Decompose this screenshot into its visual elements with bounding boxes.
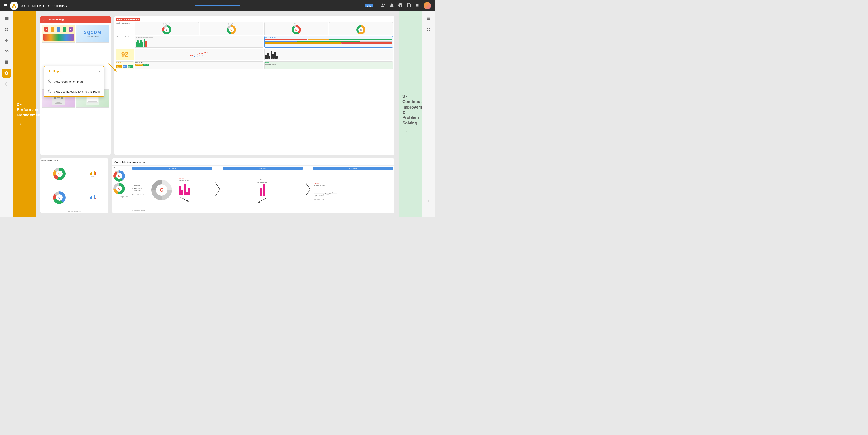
ok-link-btn[interactable]: OK Link xyxy=(143,64,149,66)
svg-rect-10 xyxy=(429,28,430,29)
number-display: 92 xyxy=(116,49,134,60)
app-logo xyxy=(10,2,18,10)
trial-badge: trial xyxy=(365,4,373,7)
line-chart-cell xyxy=(135,49,264,60)
separator-arrows-2 xyxy=(304,167,312,211)
svg-rect-11 xyxy=(427,30,428,31)
costs-3: Costs xyxy=(314,182,319,184)
doc-icon[interactable] xyxy=(407,3,411,9)
hamburger-icon[interactable]: ☰ xyxy=(4,3,7,8)
opened-action-2: # 0 opened action xyxy=(132,210,212,211)
grid-icon[interactable] xyxy=(415,3,420,9)
svg-point-3 xyxy=(382,3,383,5)
recipient-section: Recipient Any room - Any board - Any let… xyxy=(132,167,212,211)
action-plan-menu-icon xyxy=(48,80,52,84)
bottom-row: performance board Q xyxy=(40,158,394,213)
action-plan-label: ACTION PLAN xyxy=(265,37,392,38)
divider xyxy=(377,2,377,9)
navbar-left: ☰ 00 - TEMPLATE Demo Indus 4.0 xyxy=(4,2,362,10)
sources-section: Sources Costs November 2024 xyxy=(223,167,303,211)
right-panel-arrow[interactable]: → xyxy=(402,128,418,135)
view-escalated-item[interactable]: View escalated actions to this room xyxy=(44,87,104,96)
morning-label: Morning ▶ Afternoon xyxy=(116,22,134,35)
q-cell: Quality Loss Q xyxy=(199,22,264,35)
any-board-label: - Any board xyxy=(132,187,144,190)
projects-cell: PROJECTS Safety Day OK Link xyxy=(135,61,264,69)
mini-donut-1: Q xyxy=(53,168,66,180)
costs-label: Costs xyxy=(179,177,212,179)
bell-icon[interactable] xyxy=(389,3,394,9)
navbar: ☰ 00 - TEMPLATE Demo Indus 4.0 trial xyxy=(0,0,435,11)
recipient2-section: Recipient Costs November 2024 xyxy=(313,167,393,211)
any-letter-label: - Any letter xyxy=(132,190,144,192)
navbar-center xyxy=(195,5,240,6)
sidebar-view-icon[interactable] xyxy=(2,25,11,34)
main-content: 2 - Performance Management → QCD Methodo… xyxy=(13,11,422,218)
export-icon xyxy=(48,69,52,74)
view-escalated-label: View escalated actions to this room xyxy=(54,90,100,93)
nov-source-label: November 2024 xyxy=(257,182,268,183)
sidebar-chat-icon[interactable] xyxy=(2,14,11,23)
of-platform-label: of the platform xyxy=(132,193,144,195)
center-content: QCD Methodology S Q C D P xyxy=(36,11,399,218)
svg-rect-7 xyxy=(5,30,6,31)
sources-arrow-svg xyxy=(256,197,270,203)
app-title: 00 - TEMPLATE Demo Indus 4.0 xyxy=(21,4,70,8)
recipient2-line-chart xyxy=(314,187,337,198)
right-sidebar-list-icon[interactable] xyxy=(424,14,433,23)
bar-chart-cell xyxy=(264,49,393,60)
svg-rect-9 xyxy=(427,28,428,29)
avatar[interactable] xyxy=(424,2,431,9)
ideas-cell: IDEAS New Idea planning xyxy=(264,61,393,69)
qcd-title: QCD Methodology xyxy=(43,18,64,21)
left-panel-arrow[interactable]: → xyxy=(17,121,32,127)
export-arrow-icon: › xyxy=(99,69,100,74)
export-menu-item[interactable]: Export › xyxy=(44,66,104,77)
sources-bars xyxy=(260,184,265,196)
consolidation-card[interactable]: Consolidation quick demo Costs C C 0 Com… xyxy=(112,158,394,213)
right-panel-title: 3 - Continuous Improvement & Problem Sol… xyxy=(402,94,418,126)
right-sidebar-minus-icon[interactable]: − xyxy=(424,206,433,215)
sidebar-return-icon[interactable] xyxy=(2,36,11,45)
perf-board-card[interactable]: Line 3 v2 Perf Board Morning ▶ Afternoon… xyxy=(114,16,394,155)
afternoon-label: Afternoon ▶ Morning xyxy=(116,36,134,48)
perf-bottom-grid: Afternoon ▶ Morning N° of days with no a… xyxy=(116,36,393,69)
sidebar-link-icon[interactable] xyxy=(2,47,11,56)
big-number: 92 xyxy=(121,51,128,58)
svg-rect-8 xyxy=(7,30,8,31)
ideas-label: IDEAS xyxy=(265,62,392,63)
perf-board-title: Line 3 v2 Perf Board xyxy=(116,18,141,21)
mini-perf-label: performance board xyxy=(41,160,107,162)
nov-recipient-label: November 2024 xyxy=(314,185,325,186)
mini-bar-charts: yellow xyxy=(90,171,96,177)
right-sidebar-grid-icon[interactable] xyxy=(424,25,433,34)
quality-cell: Quality Last... S xyxy=(135,22,199,35)
recipient2-header: Recipient xyxy=(313,167,393,170)
context-menu: Export › View room action plan View esca… xyxy=(44,66,104,97)
view-action-plan-item[interactable]: View room action plan xyxy=(44,77,104,87)
svg-rect-5 xyxy=(5,28,6,30)
any-room-col: Any room - Any board - Any letter of the… xyxy=(132,185,144,195)
action-plan-mini: ACTION PLAN xyxy=(264,36,393,48)
right-sidebar-plus-icon[interactable]: + xyxy=(424,197,433,206)
sidebar-settings-icon[interactable] xyxy=(2,68,11,78)
users-icon[interactable] xyxy=(381,3,386,9)
mini-perf-card[interactable]: performance board Q xyxy=(40,158,108,213)
nov-2024-label: November 2024 xyxy=(179,180,212,181)
view-action-plan-label: View room action plan xyxy=(54,80,83,83)
sidebar-back-icon[interactable] xyxy=(2,80,11,89)
right-panel: 3 - Continuous Improvement & Problem Sol… xyxy=(399,11,422,218)
c-cell: Cost C xyxy=(329,22,393,35)
consol-header: Consolidation quick demo xyxy=(112,158,394,166)
context-menu-arrow xyxy=(107,62,121,74)
help-icon[interactable] xyxy=(398,3,403,9)
safety-day-btn[interactable]: Safety Day xyxy=(135,64,143,66)
consol-left-col: Costs C C 0 Comparison xyxy=(114,167,132,211)
svg-point-27 xyxy=(49,81,50,82)
big-c-donut: C xyxy=(145,180,178,200)
mini-donuts-row: Q yellow xyxy=(41,162,107,185)
for-january-label: For January Plan xyxy=(314,199,324,200)
sidebar-image-icon[interactable] xyxy=(2,58,11,67)
svg-point-1 xyxy=(12,6,13,8)
export-label: Export xyxy=(53,70,63,73)
